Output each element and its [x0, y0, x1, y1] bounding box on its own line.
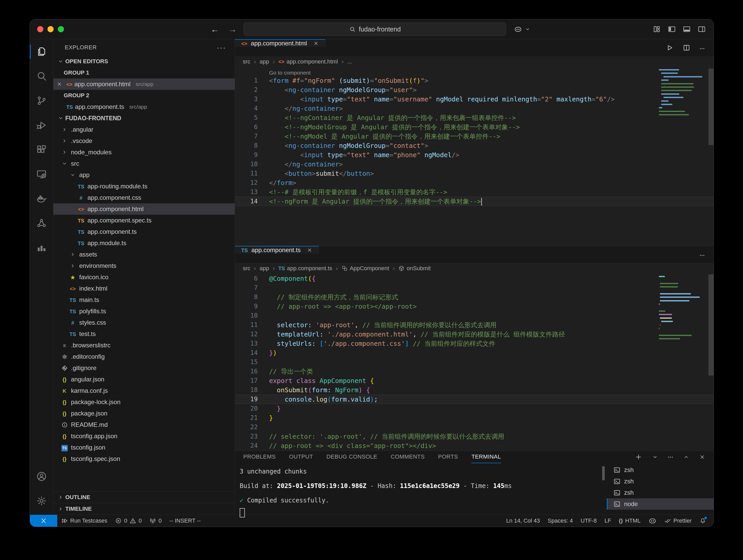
code-line-16[interactable]: 16 // 导出一个类 — [235, 367, 713, 376]
code-line-24[interactable]: 24 // app-root => <div class="app-root">… — [235, 441, 713, 450]
activity-item-extensions[interactable] — [30, 137, 53, 162]
close-editor-icon[interactable] — [56, 81, 64, 87]
breadcrumb[interactable]: src›app›<>app.component.html›... — [235, 56, 713, 67]
status-problems[interactable]: 00 — [111, 515, 146, 527]
terminal-instance-zsh-0[interactable]: zsh — [607, 464, 713, 476]
tree-item-browserslistrc[interactable]: ≡.browserslistrc — [53, 340, 235, 351]
status-formatter[interactable]: Prettier — [660, 515, 696, 527]
code-line-9[interactable]: 9 // app-root => <app-root></app-root> — [235, 302, 713, 311]
code-line-14[interactable]: 14 <!--ngForm 是 Angular 提供的一个指令，用来创建一个表单… — [235, 197, 713, 206]
chevron-down-icon[interactable] — [525, 26, 530, 32]
editor-scrollbar[interactable] — [708, 274, 713, 376]
breadcrumb-app-component-ts[interactable]: TSapp.component.ts — [278, 265, 332, 272]
activity-item-kubernetes[interactable] — [30, 211, 53, 235]
activity-item-chart[interactable] — [30, 235, 53, 260]
panel-tab-comments[interactable]: COMMENTS — [391, 451, 425, 463]
code-line-7[interactable]: 7 <!--ngModel 是 Angular 提供的一个指令，用来创建一个表单… — [235, 132, 713, 141]
tree-item-tsconfig-app-json[interactable]: {}tsconfig.app.json — [53, 430, 235, 442]
code-line-4[interactable]: 4 </ng-container> — [235, 104, 713, 113]
code-line-23[interactable]: 23 // selector: '.app-root', // 当前组件调用的时… — [235, 432, 713, 441]
toggle-secondary-sidebar-icon[interactable] — [698, 25, 706, 33]
terminal-instance-node-3[interactable]: node — [607, 498, 713, 510]
tree-item-src[interactable]: src — [53, 158, 235, 169]
tree-item-app-component-spec-ts[interactable]: TSapp.component.spec.ts — [53, 215, 235, 226]
terminal-instance-zsh-2[interactable]: zsh — [607, 487, 713, 498]
code-line-6[interactable]: 6 @Component({ — [235, 274, 713, 283]
status-vim-mode[interactable]: -- INSERT -- — [166, 515, 205, 527]
tree-item-package-lock-json[interactable]: {}package-lock.json — [53, 396, 235, 408]
copilot-icon[interactable] — [514, 25, 522, 33]
zoom-window-button[interactable] — [58, 26, 64, 32]
code-line-1[interactable]: 1 <form #f="ngForm" (submit)="onSubmit(f… — [235, 76, 713, 85]
code-line-22[interactable]: 22 — [235, 423, 713, 432]
status-copilot-status[interactable] — [645, 515, 660, 527]
tree-item-index-html[interactable]: <>index.html — [53, 283, 235, 294]
panel-chevron-up-icon[interactable] — [683, 454, 689, 460]
breadcrumb-src[interactable]: src — [243, 265, 250, 272]
code-line-12[interactable]: 12 templateUrl: './app.component.html', … — [235, 330, 713, 339]
outline-section[interactable]: OUTLINE — [53, 491, 235, 503]
editor-scrollbar[interactable] — [708, 69, 713, 145]
breadcrumb-appcomponent[interactable]: AppComponent — [342, 265, 389, 272]
tree-item-app[interactable]: app — [53, 169, 235, 181]
status-language-mode[interactable]: {}HTML — [615, 515, 645, 527]
activity-item-remote-explorer[interactable] — [30, 162, 53, 186]
panel-tab-debug-console[interactable]: DEBUG CONSOLE — [326, 451, 377, 463]
open-editor-app-component-html[interactable]: <> app.component.html src/app — [53, 79, 235, 90]
breadcrumb-app[interactable]: app — [260, 265, 269, 272]
open-editor-app-component-ts[interactable]: TS app.component.ts src/app — [53, 101, 235, 113]
status-run-testcases[interactable]: Run Testcases — [57, 515, 111, 527]
code-line-18[interactable]: 18 onSubmit(form: NgForm) { — [235, 385, 713, 395]
activity-item-docker[interactable] — [30, 186, 53, 211]
code-line-17[interactable]: 17 export class AppComponent { — [235, 376, 713, 385]
folder-root-section[interactable]: FUDAO-FRONTEND — [53, 113, 235, 124]
close-window-button[interactable] — [37, 26, 43, 32]
navigate-forward-icon[interactable]: → — [228, 24, 237, 34]
tree-item-karma-conf-js[interactable]: Kkarma.conf.js — [53, 385, 235, 396]
activity-item-accounts[interactable] — [30, 464, 53, 488]
code-line-10[interactable]: 10 </ng-container> — [235, 160, 713, 169]
code-line-5[interactable]: 5 <!--ngContainer 是 Angular 提供的一个指令，用来包裹… — [235, 113, 713, 122]
explorer-more-actions-icon[interactable]: ··· — [217, 43, 226, 52]
code-line-9[interactable]: 9 <input type="text" name="phone" ngMode… — [235, 150, 713, 160]
tree-item-angular[interactable]: .angular — [53, 124, 235, 135]
code-line-3[interactable]: 3 <input type="text" name="username" ngM… — [235, 94, 713, 104]
panel-plus-icon[interactable] — [635, 454, 642, 461]
code-line-7[interactable]: 7 — [235, 283, 713, 292]
code-line-2[interactable]: 2 <ng-container ngModelGroup="user"> — [235, 85, 713, 94]
split-editor-icon[interactable] — [683, 44, 690, 52]
tree-item-app-component-html[interactable]: <>app.component.html — [53, 203, 235, 215]
code-line-10[interactable]: 10 — [235, 311, 713, 320]
breadcrumb-app-component-html[interactable]: <>app.component.html — [278, 58, 338, 65]
minimap[interactable] — [659, 68, 708, 246]
tree-item-node-modules[interactable]: node_modules — [53, 146, 235, 158]
tab-app-component-html[interactable]: <> app.component.html — [235, 39, 325, 47]
tree-item-favicon-ico[interactable]: ★favicon.ico — [53, 271, 235, 283]
tree-item-readme-md[interactable]: README.md — [53, 419, 235, 430]
tree-item-app-component-ts[interactable]: TSapp.component.ts — [53, 226, 235, 238]
code-line-8[interactable]: 8 // 制定组件的使用方式，当前问标记形式 — [235, 292, 713, 302]
tree-item-test-ts[interactable]: TStest.ts — [53, 328, 235, 340]
panel-tab-ports[interactable]: PORTS — [438, 451, 458, 463]
breadcrumb[interactable]: src›app›TSapp.component.ts›AppComponent›… — [235, 263, 713, 274]
breadcrumb-more[interactable]: ... — [347, 58, 352, 65]
breadcrumb-onsubmit[interactable]: onSubmit — [398, 265, 431, 272]
tree-item-assets[interactable]: assets — [53, 249, 235, 260]
command-center-search[interactable]: fudao-frontend — [244, 23, 506, 36]
activity-item-run-and-debug[interactable] — [30, 113, 53, 137]
tree-item-styles-css[interactable]: #styles.css — [53, 317, 235, 328]
terminal-output[interactable]: 3 unchanged chunksBuild at: 2025-01-19T0… — [235, 463, 607, 516]
code-line-21[interactable]: 21 } — [235, 413, 713, 423]
tree-item-main-ts[interactable]: TSmain.ts — [53, 294, 235, 306]
status-eol[interactable]: LF — [601, 515, 615, 527]
panel-close-icon[interactable] — [699, 454, 705, 460]
status-ports-forwarded[interactable]: 0 — [145, 515, 165, 527]
navigate-back-icon[interactable]: ← — [211, 24, 219, 34]
activity-item-source-control[interactable] — [30, 88, 53, 113]
close-tab-icon[interactable] — [307, 247, 312, 253]
tree-item-vscode[interactable]: .vscode — [53, 135, 235, 146]
code-line-11[interactable]: 11 selector: 'app-root', // 当前组件调用的时候你要以… — [235, 320, 713, 330]
status-encoding[interactable]: UTF-8 — [577, 515, 601, 527]
remote-indicator[interactable] — [30, 515, 57, 527]
code-line-14[interactable]: 14 }) — [235, 348, 713, 357]
